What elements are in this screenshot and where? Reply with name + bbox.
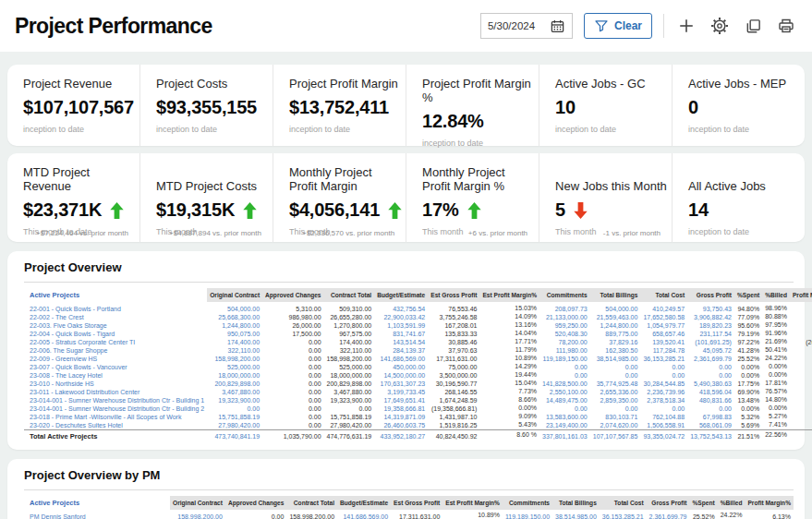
date-picker[interactable]: [480, 13, 573, 39]
column-header-contract-total[interactable]: Contract Total: [286, 496, 337, 510]
cell: 41.28%: [734, 346, 762, 355]
cell: 18,000,000.00: [324, 371, 375, 380]
project-link[interactable]: 22-002 - The Crest: [24, 313, 207, 321]
cell: 162,380.50: [590, 346, 641, 355]
cell: 17,311,631.00: [428, 355, 479, 363]
column-header-spent[interactable]: %Spent: [734, 288, 762, 302]
cell: 23,149,400.00: [539, 421, 590, 430]
project-link[interactable]: 23-008 - The Lacey Hotel: [24, 371, 207, 380]
column-header-original-contract[interactable]: Original Contract: [170, 496, 225, 510]
cell: 25.52%: [689, 510, 717, 519]
date-input[interactable]: [488, 20, 545, 31]
cell: 69.90%: [734, 388, 762, 396]
cell: 0.00: [590, 363, 641, 371]
project-link[interactable]: 23-018 - Prime Mart -Wilsonville - All S…: [24, 413, 207, 421]
column-header-est-gross-profit[interactable]: Est Gross Profit: [391, 496, 442, 510]
cell: 75,000.00: [428, 363, 479, 371]
cell: 158,998,200.00: [324, 355, 375, 363]
cell: 986,980.00: [262, 313, 323, 321]
project-link[interactable]: 23-007 - Quick Bowls - Vancouver: [24, 363, 207, 371]
project-link[interactable]: 23-020 - Deschutes Suites Hotel: [24, 421, 207, 430]
calendar-icon[interactable]: [550, 18, 565, 34]
project-link[interactable]: 22-001 - Quick Bowls - Portland: [24, 302, 207, 313]
kpi-active-jobs-mep: Active Jobs - MEP0inception to date: [672, 65, 805, 146]
column-header-total-cost[interactable]: Total Cost: [600, 496, 647, 510]
project-link[interactable]: 23-014-001 - Sumner Warehouse Distributi…: [24, 396, 207, 404]
cell: 0.00: [262, 380, 323, 388]
cell: 0.00: [324, 404, 375, 413]
cell: 170,631,307.23: [374, 380, 428, 388]
cell: 76.57%: [762, 387, 790, 395]
column-header-commitments[interactable]: Commitments: [503, 496, 552, 510]
total-cell: 12.84%: [790, 430, 812, 441]
cell: 94.80%: [734, 302, 762, 313]
column-header-commitments[interactable]: Commitments: [539, 288, 590, 302]
cell: 504,000.00: [207, 302, 262, 313]
cell: 0.00%: [762, 362, 790, 370]
column-header-gross-profit[interactable]: Gross Profit: [687, 288, 734, 302]
cell: 189,820.23: [687, 321, 734, 330]
column-header-total-cost[interactable]: Total Cost: [640, 288, 687, 302]
cell: 0.00: [590, 404, 641, 413]
kpi-label: Monthly Project Profit Margin: [289, 165, 402, 193]
cell: 1,270,800.00: [324, 321, 375, 330]
cell: 36,153,285.21: [640, 355, 687, 363]
column-header-approved-changes[interactable]: Approved Changes: [262, 288, 323, 302]
kpi-new-jobs-this-month: New Jobs this Month5This month-1 vs. pri…: [539, 153, 672, 242]
cell: 0.00: [640, 363, 687, 371]
cell: 5.69%: [734, 421, 762, 430]
project-link[interactable]: 22-005 - Stratus Corporate Center TI: [24, 338, 207, 346]
cell: 1,431,987.10: [428, 413, 479, 421]
column-header-contract-total[interactable]: Contract Total: [324, 288, 375, 302]
project-link[interactable]: 23-010 - Northside HS: [24, 380, 207, 388]
print-icon[interactable]: [775, 15, 797, 37]
cell: (101,691.25): [687, 338, 734, 346]
column-header-budget-estimate[interactable]: Budget/Estimate: [374, 288, 428, 302]
panel-divider: [24, 489, 794, 490]
trend-down-icon: [574, 202, 588, 219]
column-header-est-gross-profit[interactable]: Est Gross Profit: [428, 288, 479, 302]
column-header-profit-margin[interactable]: Profit Margin%: [790, 288, 812, 302]
add-icon[interactable]: [675, 15, 697, 37]
table-group-header[interactable]: Active Projects: [24, 288, 207, 302]
cell: 17.81%: [762, 379, 790, 387]
cell: 117,284.78: [640, 346, 687, 355]
gear-icon[interactable]: [709, 15, 731, 37]
column-header-total-billings[interactable]: Total Billings: [552, 496, 600, 510]
cell: 10.89%: [442, 508, 503, 519]
table-total-label: Total Active Projects: [24, 430, 207, 441]
project-link[interactable]: 22-006. The Sugar Shoppe: [24, 346, 207, 355]
project-link[interactable]: 23-011 - Lakewood Distribution Center: [24, 388, 207, 396]
copy-pages-icon[interactable]: [742, 15, 764, 37]
cell: 0.00: [262, 421, 323, 430]
cell: 38,514,985.00: [590, 355, 641, 363]
cell: (19,358,666.81): [428, 404, 479, 413]
cell: 6.13%: [745, 510, 794, 519]
kpi-label: New Jobs this Month: [555, 165, 668, 193]
column-header-spent[interactable]: %Spent: [689, 496, 717, 510]
cell: 158,998,200.00: [286, 510, 337, 519]
column-header-budget-estimate[interactable]: Budget/Estimate: [337, 496, 391, 510]
project-link[interactable]: PM Dennis Sanford: [24, 510, 170, 519]
column-header-gross-profit[interactable]: Gross Profit: [647, 496, 690, 510]
table-row: 23-014-001 - Sumner Warehouse Distributi…: [24, 404, 812, 413]
project-link[interactable]: 22-004 - Quick Bowls - Tigard: [24, 330, 207, 338]
kpi-active-jobs-gc: Active Jobs - GC10inception to date: [539, 65, 672, 146]
cell: 22,900,033.42: [374, 313, 428, 321]
project-link[interactable]: 22-003. Five Oaks Storage: [24, 321, 207, 330]
cell: 30,196,590.77: [428, 380, 479, 388]
cell: 525,000.00: [207, 363, 262, 371]
table-row: 22-006. The Sugar Shoppe322,110.000.0032…: [24, 346, 812, 355]
column-header-original-contract[interactable]: Original Contract: [207, 288, 262, 302]
project-link[interactable]: 23-014-001 - Sumner Warehouse Distributi…: [24, 404, 207, 413]
kpi-value: 0: [688, 97, 698, 118]
total-cell: 22.56%: [762, 428, 790, 439]
clear-filters-button[interactable]: Clear: [584, 13, 652, 39]
cell: 2,378,518.34: [640, 396, 687, 404]
column-header-approved-changes[interactable]: Approved Changes: [225, 496, 286, 510]
table-group-header[interactable]: Active Projects: [24, 496, 170, 510]
project-link[interactable]: 22-009 - Greenview HS: [24, 355, 207, 363]
column-header-total-billings[interactable]: Total Billings: [590, 288, 641, 302]
kpi-value: $4,056,141: [289, 199, 380, 221]
column-header-profit-margin[interactable]: Profit Margin%: [745, 496, 794, 510]
